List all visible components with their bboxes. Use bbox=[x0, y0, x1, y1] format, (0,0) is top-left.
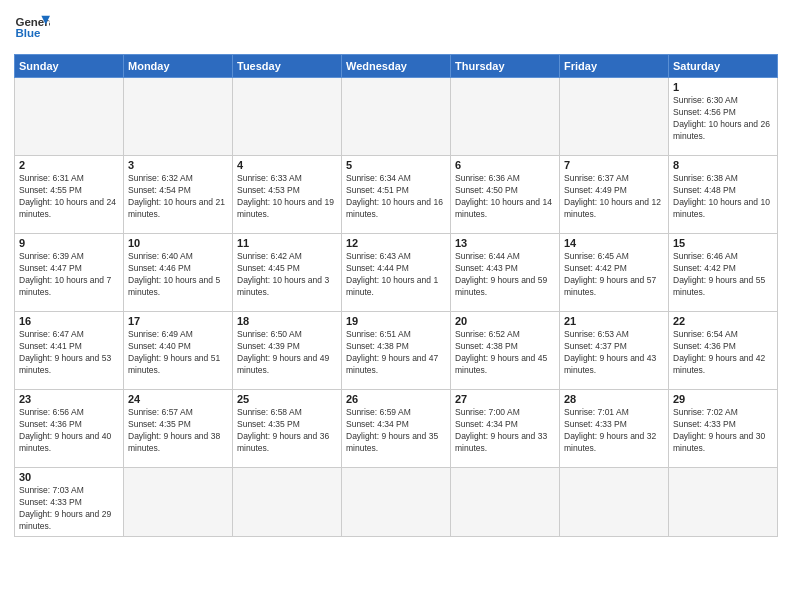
day-number: 29 bbox=[673, 393, 773, 405]
day-info: Sunrise: 6:32 AMSunset: 4:54 PMDaylight:… bbox=[128, 173, 228, 221]
calendar-cell: 1Sunrise: 6:30 AMSunset: 4:56 PMDaylight… bbox=[669, 78, 778, 156]
weekday-header-saturday: Saturday bbox=[669, 55, 778, 78]
day-number: 8 bbox=[673, 159, 773, 171]
calendar-cell: 20Sunrise: 6:52 AMSunset: 4:38 PMDayligh… bbox=[451, 312, 560, 390]
day-info: Sunrise: 6:37 AMSunset: 4:49 PMDaylight:… bbox=[564, 173, 664, 221]
day-info: Sunrise: 6:39 AMSunset: 4:47 PMDaylight:… bbox=[19, 251, 119, 299]
day-number: 12 bbox=[346, 237, 446, 249]
day-number: 13 bbox=[455, 237, 555, 249]
day-info: Sunrise: 7:00 AMSunset: 4:34 PMDaylight:… bbox=[455, 407, 555, 455]
calendar-cell: 13Sunrise: 6:44 AMSunset: 4:43 PMDayligh… bbox=[451, 234, 560, 312]
calendar-cell bbox=[342, 468, 451, 537]
day-number: 18 bbox=[237, 315, 337, 327]
day-info: Sunrise: 6:54 AMSunset: 4:36 PMDaylight:… bbox=[673, 329, 773, 377]
day-number: 2 bbox=[19, 159, 119, 171]
calendar-week-2: 2Sunrise: 6:31 AMSunset: 4:55 PMDaylight… bbox=[15, 156, 778, 234]
day-info: Sunrise: 7:03 AMSunset: 4:33 PMDaylight:… bbox=[19, 485, 119, 533]
logo: General Blue bbox=[14, 10, 50, 46]
day-number: 15 bbox=[673, 237, 773, 249]
calendar-cell: 26Sunrise: 6:59 AMSunset: 4:34 PMDayligh… bbox=[342, 390, 451, 468]
day-number: 7 bbox=[564, 159, 664, 171]
day-number: 19 bbox=[346, 315, 446, 327]
logo-icon: General Blue bbox=[14, 10, 50, 46]
calendar-cell: 8Sunrise: 6:38 AMSunset: 4:48 PMDaylight… bbox=[669, 156, 778, 234]
calendar-cell: 28Sunrise: 7:01 AMSunset: 4:33 PMDayligh… bbox=[560, 390, 669, 468]
day-number: 30 bbox=[19, 471, 119, 483]
calendar-cell bbox=[560, 78, 669, 156]
day-number: 17 bbox=[128, 315, 228, 327]
weekday-header-sunday: Sunday bbox=[15, 55, 124, 78]
calendar-cell: 22Sunrise: 6:54 AMSunset: 4:36 PMDayligh… bbox=[669, 312, 778, 390]
calendar-week-1: 1Sunrise: 6:30 AMSunset: 4:56 PMDaylight… bbox=[15, 78, 778, 156]
day-number: 1 bbox=[673, 81, 773, 93]
calendar-cell bbox=[15, 78, 124, 156]
calendar-cell bbox=[669, 468, 778, 537]
weekday-header-friday: Friday bbox=[560, 55, 669, 78]
calendar-cell: 4Sunrise: 6:33 AMSunset: 4:53 PMDaylight… bbox=[233, 156, 342, 234]
calendar-cell: 3Sunrise: 6:32 AMSunset: 4:54 PMDaylight… bbox=[124, 156, 233, 234]
day-info: Sunrise: 6:38 AMSunset: 4:48 PMDaylight:… bbox=[673, 173, 773, 221]
day-number: 14 bbox=[564, 237, 664, 249]
calendar-cell: 30Sunrise: 7:03 AMSunset: 4:33 PMDayligh… bbox=[15, 468, 124, 537]
day-number: 9 bbox=[19, 237, 119, 249]
calendar-cell: 19Sunrise: 6:51 AMSunset: 4:38 PMDayligh… bbox=[342, 312, 451, 390]
calendar-cell bbox=[342, 78, 451, 156]
calendar-cell bbox=[233, 468, 342, 537]
day-number: 24 bbox=[128, 393, 228, 405]
header: General Blue bbox=[14, 10, 778, 46]
day-number: 16 bbox=[19, 315, 119, 327]
day-info: Sunrise: 6:46 AMSunset: 4:42 PMDaylight:… bbox=[673, 251, 773, 299]
day-info: Sunrise: 7:02 AMSunset: 4:33 PMDaylight:… bbox=[673, 407, 773, 455]
day-number: 20 bbox=[455, 315, 555, 327]
day-number: 4 bbox=[237, 159, 337, 171]
day-number: 5 bbox=[346, 159, 446, 171]
day-number: 3 bbox=[128, 159, 228, 171]
day-number: 10 bbox=[128, 237, 228, 249]
day-number: 23 bbox=[19, 393, 119, 405]
calendar-cell: 29Sunrise: 7:02 AMSunset: 4:33 PMDayligh… bbox=[669, 390, 778, 468]
calendar-cell: 15Sunrise: 6:46 AMSunset: 4:42 PMDayligh… bbox=[669, 234, 778, 312]
day-info: Sunrise: 7:01 AMSunset: 4:33 PMDaylight:… bbox=[564, 407, 664, 455]
day-number: 21 bbox=[564, 315, 664, 327]
day-info: Sunrise: 6:33 AMSunset: 4:53 PMDaylight:… bbox=[237, 173, 337, 221]
calendar-cell: 9Sunrise: 6:39 AMSunset: 4:47 PMDaylight… bbox=[15, 234, 124, 312]
day-info: Sunrise: 6:50 AMSunset: 4:39 PMDaylight:… bbox=[237, 329, 337, 377]
calendar-cell: 23Sunrise: 6:56 AMSunset: 4:36 PMDayligh… bbox=[15, 390, 124, 468]
day-number: 27 bbox=[455, 393, 555, 405]
day-info: Sunrise: 6:43 AMSunset: 4:44 PMDaylight:… bbox=[346, 251, 446, 299]
calendar-week-6: 30Sunrise: 7:03 AMSunset: 4:33 PMDayligh… bbox=[15, 468, 778, 537]
day-info: Sunrise: 6:30 AMSunset: 4:56 PMDaylight:… bbox=[673, 95, 773, 143]
day-number: 11 bbox=[237, 237, 337, 249]
day-number: 28 bbox=[564, 393, 664, 405]
day-info: Sunrise: 6:40 AMSunset: 4:46 PMDaylight:… bbox=[128, 251, 228, 299]
calendar-cell: 17Sunrise: 6:49 AMSunset: 4:40 PMDayligh… bbox=[124, 312, 233, 390]
calendar-cell: 18Sunrise: 6:50 AMSunset: 4:39 PMDayligh… bbox=[233, 312, 342, 390]
day-info: Sunrise: 6:56 AMSunset: 4:36 PMDaylight:… bbox=[19, 407, 119, 455]
calendar-cell: 5Sunrise: 6:34 AMSunset: 4:51 PMDaylight… bbox=[342, 156, 451, 234]
calendar-cell bbox=[233, 78, 342, 156]
day-info: Sunrise: 6:34 AMSunset: 4:51 PMDaylight:… bbox=[346, 173, 446, 221]
day-info: Sunrise: 6:58 AMSunset: 4:35 PMDaylight:… bbox=[237, 407, 337, 455]
weekday-header-thursday: Thursday bbox=[451, 55, 560, 78]
calendar-week-3: 9Sunrise: 6:39 AMSunset: 4:47 PMDaylight… bbox=[15, 234, 778, 312]
calendar-cell bbox=[124, 78, 233, 156]
weekday-header-monday: Monday bbox=[124, 55, 233, 78]
day-info: Sunrise: 6:49 AMSunset: 4:40 PMDaylight:… bbox=[128, 329, 228, 377]
calendar-cell: 11Sunrise: 6:42 AMSunset: 4:45 PMDayligh… bbox=[233, 234, 342, 312]
calendar-week-5: 23Sunrise: 6:56 AMSunset: 4:36 PMDayligh… bbox=[15, 390, 778, 468]
calendar-week-4: 16Sunrise: 6:47 AMSunset: 4:41 PMDayligh… bbox=[15, 312, 778, 390]
day-info: Sunrise: 6:47 AMSunset: 4:41 PMDaylight:… bbox=[19, 329, 119, 377]
calendar-cell: 7Sunrise: 6:37 AMSunset: 4:49 PMDaylight… bbox=[560, 156, 669, 234]
weekday-header-row: SundayMondayTuesdayWednesdayThursdayFrid… bbox=[15, 55, 778, 78]
calendar-cell: 16Sunrise: 6:47 AMSunset: 4:41 PMDayligh… bbox=[15, 312, 124, 390]
calendar-cell: 27Sunrise: 7:00 AMSunset: 4:34 PMDayligh… bbox=[451, 390, 560, 468]
calendar-cell bbox=[451, 78, 560, 156]
calendar-cell: 10Sunrise: 6:40 AMSunset: 4:46 PMDayligh… bbox=[124, 234, 233, 312]
day-info: Sunrise: 6:52 AMSunset: 4:38 PMDaylight:… bbox=[455, 329, 555, 377]
weekday-header-wednesday: Wednesday bbox=[342, 55, 451, 78]
day-number: 25 bbox=[237, 393, 337, 405]
svg-text:Blue: Blue bbox=[15, 27, 41, 39]
day-info: Sunrise: 6:57 AMSunset: 4:35 PMDaylight:… bbox=[128, 407, 228, 455]
day-number: 6 bbox=[455, 159, 555, 171]
calendar-cell: 6Sunrise: 6:36 AMSunset: 4:50 PMDaylight… bbox=[451, 156, 560, 234]
